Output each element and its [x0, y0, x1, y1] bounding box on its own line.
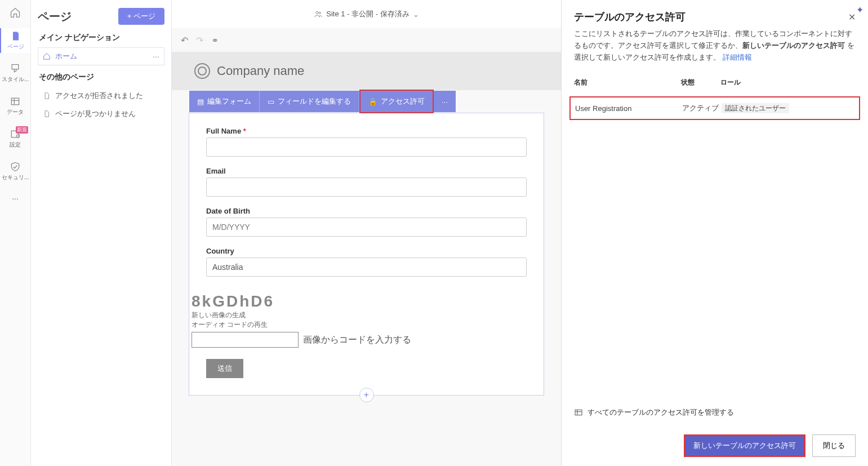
- form-icon: ▤: [197, 97, 204, 106]
- pages-side-panel: ページ + ページ メイン ナビゲーション ホーム ··· その他のページ アク…: [31, 0, 172, 466]
- home-rail-item[interactable]: [0, 5, 30, 20]
- fields-icon: ▭: [268, 97, 274, 106]
- site-label[interactable]: Site 1 - 非公開 - 保存済み: [326, 9, 409, 19]
- data-rail-item[interactable]: データ: [0, 94, 30, 118]
- app-icon-rail: ページ スタイル... データ 設定 新規 セキュリ... ···: [0, 0, 31, 466]
- field-full-name: Full Name *: [206, 127, 527, 157]
- lock-icon: 🔒: [368, 97, 377, 106]
- svg-point-5: [319, 12, 321, 14]
- page-icon: [10, 30, 21, 42]
- pages-rail-item[interactable]: ページ: [0, 28, 30, 53]
- full-name-input[interactable]: [206, 137, 527, 157]
- editor-toolbar: ↶ ↷ ⚭ ✦: [172, 28, 561, 52]
- table-row[interactable]: User Registration アクティブ 認証されたユーザー: [575, 103, 854, 113]
- other-pages-heading: その他のページ: [39, 72, 164, 82]
- permissions-table-header: 名前 状態 ロール: [562, 63, 868, 93]
- main-area: Site 1 - 非公開 - 保存済み ⌄ ↶ ↷ ⚭ ✦ Company na…: [172, 0, 561, 466]
- captcha-input[interactable]: [192, 332, 299, 348]
- svg-rect-6: [575, 410, 582, 415]
- dob-input[interactable]: [206, 218, 527, 237]
- top-bar: Site 1 - 非公開 - 保存済み ⌄: [172, 0, 561, 28]
- table-icon: [10, 96, 21, 107]
- form-toolbar: ▤ 編集フォーム ▭ フィールドを編集する 🔒 アクセス許可 ···: [189, 91, 456, 112]
- pages-title: ページ: [38, 9, 72, 24]
- page-icon: [43, 110, 51, 118]
- permissions-table-row-highlight: User Registration アクティブ 認証されたユーザー: [569, 96, 860, 120]
- svg-rect-1: [11, 98, 19, 105]
- nav-home[interactable]: ホーム ···: [38, 47, 164, 65]
- learn-more-link[interactable]: 詳細情報: [723, 53, 752, 61]
- canvas: Company name ▤ 編集フォーム ▭ フィールドを編集する 🔒 アクセ…: [172, 52, 561, 466]
- nav-access-denied[interactable]: アクセスが拒否されました: [38, 87, 164, 105]
- panel-description: ここにリストされるテーブルのアクセス許可は、作業しているコンポーネントに対するも…: [562, 28, 868, 63]
- add-section-handle[interactable]: +: [359, 388, 374, 402]
- brush-icon: [10, 63, 21, 74]
- close-button[interactable]: 閉じる: [812, 434, 856, 457]
- field-email: Email: [206, 167, 527, 197]
- redo-button[interactable]: ↷: [196, 35, 203, 46]
- nav-home-more-icon[interactable]: ···: [153, 52, 159, 61]
- form-container[interactable]: ▤ 編集フォーム ▭ フィールドを編集する 🔒 アクセス許可 ··· Full …: [189, 113, 544, 396]
- access-permissions-button[interactable]: 🔒 アクセス許可: [359, 90, 434, 113]
- play-audio-link[interactable]: オーディオ コードの再生: [192, 320, 544, 330]
- nav-not-found[interactable]: ページが見つかりません: [38, 105, 164, 123]
- form-more-button[interactable]: ···: [434, 91, 456, 112]
- styles-rail-item[interactable]: スタイル...: [0, 61, 30, 86]
- field-dob: Date of Birth: [206, 207, 527, 237]
- field-country: Country Australia: [206, 247, 527, 277]
- permissions-panel: テーブルのアクセス許可 ✕ ここにリストされるテーブルのアクセス許可は、作業して…: [561, 0, 868, 466]
- edit-form-button[interactable]: ▤ 編集フォーム: [189, 91, 260, 112]
- more-icon: ···: [442, 97, 448, 106]
- submit-button[interactable]: 送信: [206, 359, 243, 378]
- svg-rect-0: [12, 65, 19, 69]
- home-icon: [43, 52, 51, 60]
- svg-point-4: [316, 11, 318, 14]
- main-nav-heading: メイン ナビゲーション: [39, 33, 164, 43]
- undo-button[interactable]: ↶: [181, 35, 188, 46]
- captcha-prompt: 画像からコードを入力する: [303, 334, 411, 346]
- chevron-down-icon[interactable]: ⌄: [413, 10, 419, 19]
- add-page-button[interactable]: + ページ: [118, 8, 164, 25]
- company-name: Company name: [217, 64, 304, 78]
- table-icon: [574, 408, 583, 417]
- new-table-permission-button[interactable]: 新しいテーブルのアクセス許可: [684, 434, 805, 457]
- new-badge: 新規: [16, 126, 28, 134]
- site-header-band: Company name: [172, 52, 561, 90]
- logo-icon: [194, 63, 210, 79]
- country-select[interactable]: Australia: [206, 258, 527, 277]
- settings-rail-item[interactable]: 設定 新規: [0, 126, 30, 151]
- gen-new-image-link[interactable]: 新しい画像の生成: [192, 310, 544, 320]
- link-button[interactable]: ⚭: [211, 35, 219, 46]
- copilot-icon[interactable]: ✦: [856, 5, 863, 15]
- email-input[interactable]: [206, 177, 527, 197]
- close-panel-button[interactable]: ✕: [848, 12, 856, 23]
- shield-icon: [10, 161, 21, 172]
- page-icon: [43, 92, 51, 100]
- security-rail-item[interactable]: セキュリ...: [0, 159, 30, 184]
- more-rail-item[interactable]: ···: [0, 192, 30, 205]
- home-icon: [10, 7, 21, 18]
- edit-fields-button[interactable]: ▭ フィールドを編集する: [260, 91, 359, 112]
- people-icon: [314, 10, 323, 19]
- role-tag: 認証されたユーザー: [722, 103, 789, 113]
- captcha-image: 8kGDhD6: [192, 292, 544, 310]
- manage-all-permissions-link[interactable]: すべてのテーブルのアクセス許可を管理する: [562, 407, 868, 425]
- more-icon: ···: [12, 194, 19, 203]
- panel-title: テーブルのアクセス許可: [574, 10, 686, 24]
